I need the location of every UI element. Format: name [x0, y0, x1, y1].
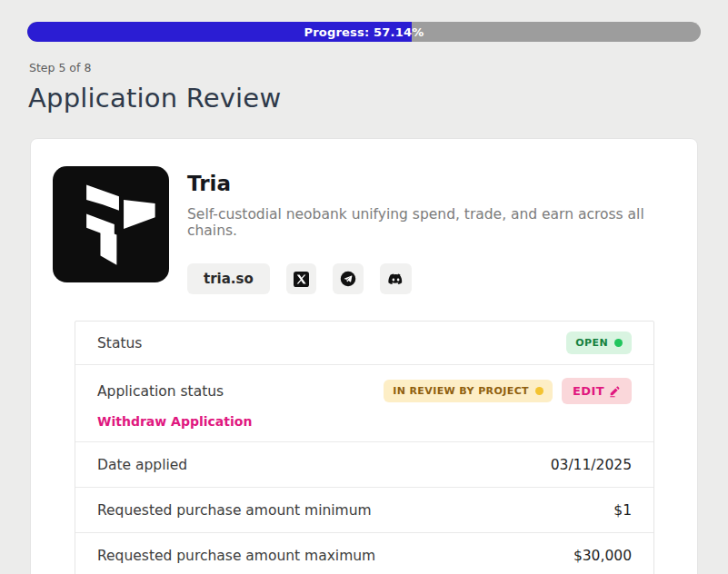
application-review-page: Progress: 57.14% Step 5 of 8 Application…: [0, 0, 728, 574]
status-badge-label: OPEN: [575, 337, 608, 349]
date-applied-row: Date applied 03/11/2025: [75, 442, 653, 488]
purchase-min-label: Requested purchase amount minimum: [97, 502, 372, 519]
step-indicator: Step 5 of 8: [29, 61, 91, 74]
discord-icon: [387, 271, 404, 288]
application-status-label: Application status: [97, 383, 224, 400]
review-status-badge: IN REVIEW BY PROJECT: [384, 380, 553, 402]
progress-bar: Progress: 57.14%: [27, 22, 701, 42]
application-status-badges: IN REVIEW BY PROJECT EDIT: [384, 378, 632, 404]
tria-logo-icon: [53, 166, 169, 282]
telegram-icon: [340, 271, 356, 287]
edit-button-label: EDIT: [573, 384, 604, 398]
application-status-row: Application status IN REVIEW BY PROJECT …: [75, 365, 653, 442]
date-applied-value: 03/11/2025: [551, 457, 632, 473]
x-icon: [294, 272, 309, 287]
website-label: tria.so: [204, 271, 254, 287]
website-button[interactable]: tria.so: [187, 263, 270, 294]
telegram-button[interactable]: [333, 263, 364, 294]
purchase-max-label: Requested purchase amount maximum: [97, 548, 375, 564]
withdraw-application-link[interactable]: Withdraw Application: [97, 414, 252, 429]
application-status-line: Application status IN REVIEW BY PROJECT …: [97, 378, 632, 404]
purchase-min-value: $1: [613, 502, 632, 519]
purchase-max-row: Requested purchase amount maximum $30,00…: [75, 533, 653, 574]
x-button[interactable]: [286, 263, 316, 294]
page-title: Application Review: [28, 83, 281, 114]
project-header: Tria Self-custodial neobank unifying spe…: [53, 166, 675, 294]
amber-dot-icon: [535, 387, 544, 395]
progress-label: Progress: 57.14%: [27, 22, 701, 42]
project-description: Self-custodial neobank unifying spend, t…: [187, 206, 675, 239]
purchase-max-value: $30,000: [573, 548, 632, 564]
project-logo: [53, 166, 169, 282]
project-links: tria.so: [187, 263, 675, 294]
project-name: Tria: [187, 172, 675, 195]
status-row: Status OPEN: [75, 322, 653, 365]
status-label: Status: [97, 335, 142, 351]
discord-button[interactable]: [380, 263, 412, 294]
green-dot-icon: [614, 339, 623, 347]
edit-button[interactable]: EDIT: [562, 378, 632, 404]
date-applied-label: Date applied: [97, 457, 187, 473]
project-info: Tria Self-custodial neobank unifying spe…: [187, 166, 675, 294]
review-status-badge-label: IN REVIEW BY PROJECT: [393, 385, 529, 397]
purchase-min-row: Requested purchase amount minimum $1: [75, 488, 653, 533]
status-badge: OPEN: [566, 332, 632, 354]
application-details-table: Status OPEN Application status IN REVIEW…: [75, 321, 654, 574]
pencil-icon: [608, 385, 621, 398]
application-card: Tria Self-custodial neobank unifying spe…: [30, 138, 698, 574]
